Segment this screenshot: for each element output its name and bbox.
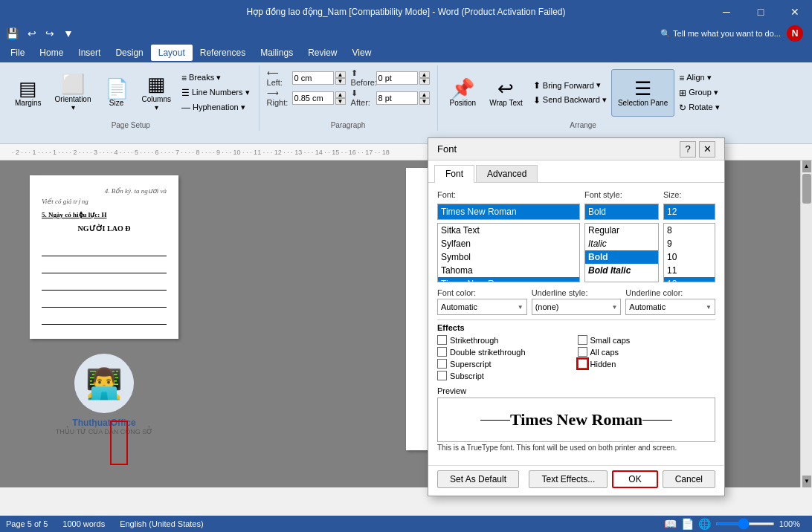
subscript-checkbox[interactable] (437, 371, 447, 380)
menu-references[interactable]: References (193, 45, 253, 61)
spacing-before-up[interactable]: ▲ (419, 71, 430, 78)
indent-left-up[interactable]: ▲ (335, 71, 346, 78)
all-caps-checkbox[interactable] (578, 347, 587, 357)
breaks-button[interactable]: ≡Breaks ▾ (178, 71, 253, 85)
align-button[interactable]: ≡Align ▾ (676, 71, 722, 85)
font-list-selected[interactable]: Times New Roman (438, 277, 579, 282)
ribbon: ▤ Margins ⬜ Orientation▾ 📄 Size ▦ Column… (0, 62, 812, 144)
font-list[interactable]: Sitka Text Sylfaen Symbol Tahoma Times N… (437, 223, 580, 282)
style-list[interactable]: Regular Italic Bold Bold Italic (584, 223, 659, 282)
save-quick-btn[interactable]: 💾 (3, 26, 22, 41)
indent-right-down[interactable]: ▼ (335, 98, 346, 105)
spacing-after-input[interactable] (376, 91, 418, 105)
bring-forward-button[interactable]: ⬆Bring Forward▾ (530, 79, 610, 92)
superscript-checkbox[interactable] (437, 359, 447, 369)
font-list-item[interactable]: Tahoma (438, 264, 579, 277)
columns-button[interactable]: ▦ Columns▾ (136, 69, 177, 117)
superscript-label: Superscript (450, 360, 492, 369)
size-button[interactable]: 📄 Size (99, 69, 135, 117)
hidden-checkbox[interactable] (578, 359, 587, 369)
size-9[interactable]: 9 (664, 237, 715, 250)
maximize-button[interactable]: □ (744, 0, 778, 24)
spacing-before-down[interactable]: ▼ (419, 78, 430, 85)
menu-home[interactable]: Home (32, 45, 71, 61)
hyphenation-button[interactable]: —Hyphenation ▾ (178, 101, 253, 114)
dialog-title: Font (437, 143, 457, 155)
set-as-default-button[interactable]: Set As Default (437, 470, 519, 488)
position-button[interactable]: 📌 Position (444, 69, 483, 117)
subscript-item: Subscript (437, 371, 576, 380)
indent-left-down[interactable]: ▼ (335, 78, 346, 85)
margins-button[interactable]: ▤ Margins (9, 69, 48, 117)
font-list-item[interactable]: Symbol (438, 250, 579, 264)
size-list[interactable]: 8 9 10 11 12 (663, 223, 715, 282)
spacing-after-up[interactable]: ▲ (419, 91, 430, 98)
menu-mailings[interactable]: Mailings (253, 45, 300, 61)
title-text: Hợp đồng lao động_Nam [Compatibility Mod… (247, 7, 566, 17)
undo-quick-btn[interactable]: ↩ (25, 26, 39, 41)
scroll-thumb[interactable] (802, 174, 811, 204)
font-list-item[interactable]: Sitka Text (438, 224, 579, 237)
line-numbers-button[interactable]: ☰Line Numbers ▾ (178, 86, 253, 100)
left-panel: 4. Bổn ký. ta ngươi và Viết có giá trị n… (0, 160, 208, 487)
spacing-after-down[interactable]: ▼ (419, 98, 430, 105)
send-backward-button[interactable]: ⬇ Send Backward ▾ (530, 94, 610, 107)
zoom-slider[interactable] (715, 522, 775, 525)
menu-layout[interactable]: Layout (151, 45, 193, 61)
dialog-close-button[interactable]: ✕ (699, 141, 715, 158)
font-style-input[interactable] (584, 204, 659, 220)
view-mode-read[interactable]: 📖 (664, 518, 677, 530)
style-italic[interactable]: Italic (585, 237, 658, 250)
indent-right-input[interactable] (292, 91, 334, 105)
window-controls: ─ □ ✕ (709, 0, 812, 24)
double-strikethrough-checkbox[interactable] (437, 347, 447, 357)
redo-quick-btn[interactable]: ↪ (42, 26, 57, 41)
preview-text: Times New Roman (510, 410, 642, 429)
size-10[interactable]: 10 (664, 250, 715, 264)
spacing-before-input[interactable] (376, 71, 418, 85)
strikethrough-item: Strikethrough (437, 335, 576, 345)
tab-advanced[interactable]: Advanced (476, 165, 538, 182)
strikethrough-checkbox[interactable] (437, 335, 447, 345)
wrap-text-button[interactable]: ↩ Wrap Text (483, 69, 529, 117)
view-mode-web[interactable]: 🌐 (698, 518, 711, 530)
size-8[interactable]: 8 (664, 224, 715, 237)
font-list-item[interactable]: Sylfaen (438, 237, 579, 250)
customize-quick-btn[interactable]: ▼ (60, 26, 77, 41)
text-effects-button[interactable]: Text Effects... (529, 470, 608, 488)
ok-button[interactable]: OK (612, 470, 657, 488)
cancel-button[interactable]: Cancel (663, 470, 715, 488)
size-12[interactable]: 12 (664, 277, 715, 282)
menu-design[interactable]: Design (108, 45, 150, 61)
underline-color-select[interactable]: Automatic ▼ (625, 299, 715, 315)
style-bold-italic[interactable]: Bold Italic (585, 264, 658, 277)
minimize-button[interactable]: ─ (709, 0, 744, 24)
menu-file[interactable]: File (3, 45, 32, 61)
font-color-select[interactable]: Automatic ▼ (437, 299, 527, 315)
menu-insert[interactable]: Insert (71, 45, 108, 61)
vertical-scrollbar[interactable]: ▲ ▼ (800, 160, 812, 487)
view-mode-print[interactable]: 📄 (681, 518, 694, 530)
orientation-button[interactable]: ⬜ Orientation▾ (49, 69, 97, 117)
tell-me-input[interactable]: 🔍 Tell me what you want to do... (660, 29, 781, 39)
preview-section: Preview Times New Roman This is a TrueTy… (437, 386, 715, 452)
size-11[interactable]: 11 (664, 264, 715, 277)
font-color-label: Font color: (437, 288, 527, 297)
dialog-right-buttons: Text Effects... OK Cancel (529, 470, 715, 488)
font-size-input[interactable] (663, 204, 715, 220)
close-button[interactable]: ✕ (778, 0, 812, 24)
dialog-help-button[interactable]: ? (680, 141, 696, 158)
selection-pane-button[interactable]: ☰ Selection Pane (611, 69, 674, 117)
indent-right-up[interactable]: ▲ (335, 91, 346, 98)
style-bold[interactable]: Bold (585, 250, 658, 264)
rotate-button[interactable]: ↻Rotate ▾ (676, 101, 722, 114)
underline-style-select[interactable]: (none) ▼ (532, 299, 622, 315)
menu-review[interactable]: Review (300, 45, 344, 61)
group-button[interactable]: ⊞Group ▾ (676, 86, 722, 100)
style-regular[interactable]: Regular (585, 224, 658, 237)
tab-font[interactable]: Font (434, 165, 474, 183)
font-name-input[interactable] (437, 204, 580, 220)
small-caps-checkbox[interactable] (578, 335, 587, 345)
indent-left-input[interactable] (292, 71, 334, 85)
menu-view[interactable]: View (345, 45, 379, 61)
